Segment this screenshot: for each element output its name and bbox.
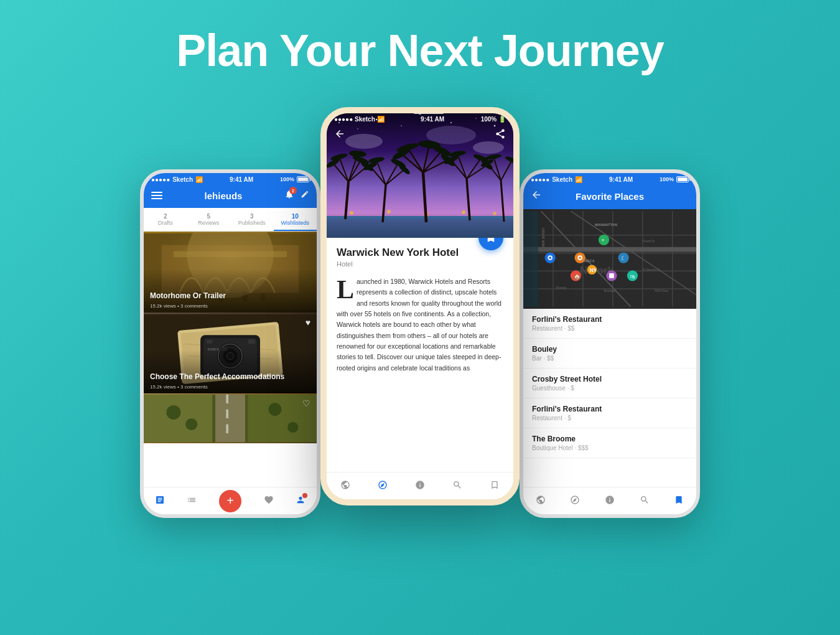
username-label: lehieuds: [205, 190, 243, 201]
svg-rect-34: [226, 410, 228, 418]
nav-list[interactable]: [187, 495, 197, 507]
center-bottom-nav: [327, 472, 513, 499]
svg-point-32: [287, 422, 298, 433]
edit-icon[interactable]: [301, 190, 309, 201]
place-meta-3: Restaurent · $: [532, 415, 688, 421]
svg-point-30: [185, 418, 197, 430]
place-name-0: Forlini's Restaurant: [532, 315, 688, 324]
card-1-meta: 15.2k views • 3 comments: [150, 303, 208, 309]
place-item-3[interactable]: Forlini's Restaurant Restaurent · $: [523, 398, 696, 428]
svg-rect-137: [609, 273, 614, 278]
svg-rect-35: [226, 425, 228, 433]
tabs-row: 2 Drafts 5 Reviews 3 Publisheds 10 Wishl…: [144, 208, 317, 232]
left-bottom-nav: +: [144, 487, 317, 514]
place-name-3: Forlini's Restaurant: [532, 405, 688, 413]
notification-badge: 2: [289, 187, 297, 194]
time-right: 9:41 AM: [609, 176, 633, 183]
svg-text:Grand St: Grand St: [643, 240, 655, 243]
nav-compass-right[interactable]: [570, 495, 580, 507]
page-headline: Plan Your Next Journey: [176, 25, 664, 76]
card-2-meta: 15.2k views • 3 comments: [150, 384, 208, 390]
svg-point-52: [462, 210, 465, 214]
tab-publisheds[interactable]: 3 Publisheds: [230, 208, 274, 231]
svg-text:E Houston St: E Houston St: [643, 268, 661, 271]
center-place-info: Warwick New York Hotel Hotel Launched in…: [327, 238, 513, 472]
place-name-2: Crosby Street Hotel: [532, 375, 688, 383]
status-bar-right: ●●●●● Sketch 📶 9:41 AM 100%: [523, 173, 696, 186]
svg-text:NY: NY: [589, 267, 597, 273]
place-item-1[interactable]: Bouley Bar · $$: [523, 339, 696, 369]
svg-rect-20: [248, 339, 256, 344]
svg-text:FDR Drive: FDR Drive: [655, 289, 669, 293]
tab-reviews[interactable]: 5 Reviews: [187, 208, 231, 231]
share-button[interactable]: [495, 128, 506, 141]
left-header: lehieuds 2: [144, 186, 317, 208]
place-item-2[interactable]: Crosby Street Hotel Guesthouse · $: [523, 369, 696, 398]
svg-point-43: [494, 125, 495, 126]
nav-info-right[interactable]: [605, 495, 615, 507]
center-hero: ●●●●● Sketch 📶 9:41 AM 100% 🔋: [327, 113, 513, 238]
place-meta-4: Boutique Hotel · $$$: [532, 444, 688, 451]
right-bottom-nav: [523, 487, 696, 514]
svg-text:+: +: [602, 237, 605, 243]
place-meta-1: Bar · $$: [532, 355, 688, 362]
nav-add[interactable]: +: [219, 490, 241, 512]
svg-point-38: [357, 128, 358, 129]
nav-search-right[interactable]: [640, 495, 650, 507]
tab-wishlisteds[interactable]: 10 Wishlisteds: [274, 208, 317, 231]
svg-point-53: [493, 212, 497, 215]
svg-text:☾: ☾: [621, 255, 626, 261]
card-2-title: Choose The Perfect Accommodations: [150, 372, 284, 381]
back-button-center[interactable]: [334, 128, 345, 142]
status-bar-left: ●●●●● Sketch 📶 9:41 AM 100%: [144, 173, 317, 186]
nav-heart[interactable]: [264, 495, 274, 507]
svg-rect-114: [523, 211, 538, 306]
right-header: Favorite Places: [523, 186, 696, 209]
svg-text:Brooklyn: Brooklyn: [604, 289, 615, 293]
card-2-heart[interactable]: ♥: [306, 318, 310, 327]
nav-bookmark-right[interactable]: [674, 495, 684, 507]
nav-bookmark-center[interactable]: [490, 480, 500, 492]
svg-text:MANHATTAN: MANHATTAN: [595, 223, 617, 227]
place-item-4[interactable]: The Broome Boutique Hotel · $$$: [523, 428, 696, 458]
right-header-title: Favorite Places: [548, 191, 671, 202]
svg-point-49: [350, 211, 353, 215]
nav-search-center[interactable]: [452, 480, 462, 492]
nav-globe-right[interactable]: [536, 495, 546, 507]
svg-point-29: [166, 405, 180, 420]
place-name: Warwick New York Hotel: [337, 247, 503, 259]
svg-point-128: [549, 256, 551, 259]
map-area[interactable]: MANHATTAN TRIBECA NEW JERSEY E Houston S…: [523, 209, 696, 309]
nav-globe-center[interactable]: [340, 480, 350, 492]
nav-info-center[interactable]: [415, 480, 425, 492]
svg-rect-113: [523, 247, 696, 252]
svg-point-31: [268, 403, 281, 416]
svg-text:🛍: 🛍: [630, 274, 635, 280]
place-type: Hotel: [337, 260, 503, 268]
place-list: Forlini's Restaurant Restaurent · $$ Bou…: [523, 309, 696, 487]
svg-text:🏠: 🏠: [574, 273, 581, 280]
card-3-heart[interactable]: ♡: [302, 398, 310, 408]
card-1-title: Motorhome Or Trailer: [150, 291, 226, 300]
hamburger-menu[interactable]: [151, 192, 162, 199]
place-meta-0: Restaurent · $$: [532, 325, 688, 332]
card-3[interactable]: ♡: [144, 393, 317, 443]
svg-rect-27: [144, 395, 212, 443]
nav-user[interactable]: [296, 495, 306, 507]
place-meta-2: Guesthouse · $: [532, 385, 688, 392]
notification-bell[interactable]: 2: [284, 189, 294, 202]
card-1[interactable]: Motorhome Or Trailer 15.2k views • 3 com…: [144, 232, 317, 313]
svg-point-44: [345, 134, 383, 149]
svg-point-50: [387, 210, 391, 214]
svg-rect-26: [215, 395, 245, 443]
tab-drafts[interactable]: 2 Drafts: [144, 208, 187, 231]
card-2[interactable]: KONICA Choose The Perfect Accommodations…: [144, 313, 317, 393]
nav-article[interactable]: [155, 495, 165, 507]
phone-left: ●●●●● Sketch 📶 9:41 AM 100% lehieuds 2: [140, 169, 320, 518]
svg-point-40: [401, 125, 402, 126]
place-item-0[interactable]: Forlini's Restaurant Restaurent · $$: [523, 309, 696, 339]
svg-rect-47: [327, 216, 513, 238]
nav-compass-center[interactable]: [378, 480, 388, 492]
phone-center: ●●●●● Sketch 📶 9:41 AM 100% 🔋: [320, 107, 520, 506]
back-button-right[interactable]: [531, 189, 542, 203]
